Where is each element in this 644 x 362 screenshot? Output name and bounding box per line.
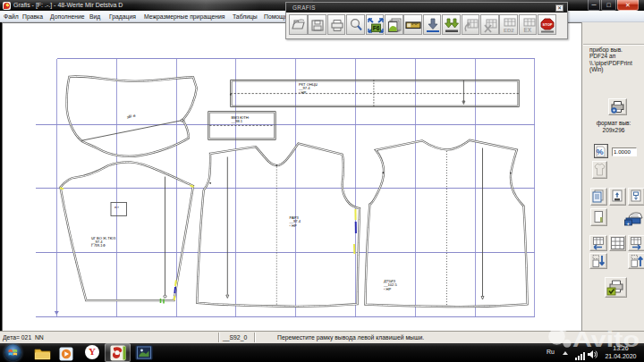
svg-text:ED2: ED2 [504, 28, 514, 33]
svg-text:‹ НР: ‹ НР [299, 90, 306, 95]
svg-text:EX: EX [523, 27, 531, 33]
svg-text:‹ НР: ‹ НР [290, 223, 297, 228]
svg-text:‹ НР: ‹ НР [384, 287, 391, 291]
svg-text:%: % [597, 147, 604, 156]
svg-text:+: + [627, 221, 631, 226]
svg-text:и-т: и-т [114, 206, 119, 209]
svg-text:F6: F6 [372, 25, 379, 31]
svg-text:зй¹ е: зй¹ е [126, 113, 136, 120]
svg-text:__98.1: __98.1 [231, 119, 243, 123]
svg-text:Г ЛЯ-1Ф: Г ЛЯ-1Ф [91, 243, 106, 248]
svg-text:STOP: STOP [543, 22, 553, 27]
